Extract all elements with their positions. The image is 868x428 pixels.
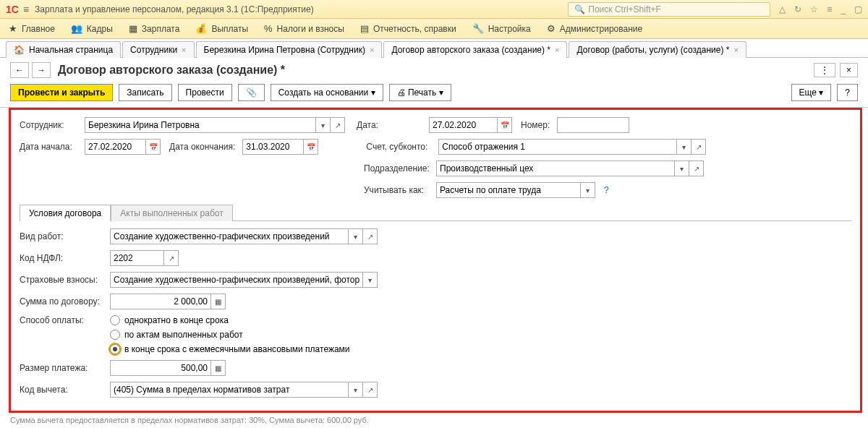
subtab-conditions[interactable]: Условия договора bbox=[20, 205, 111, 221]
sum-label: Сумма по договору: bbox=[20, 296, 103, 307]
employee-label: Сотрудник: bbox=[20, 120, 77, 130]
dept-field[interactable] bbox=[436, 160, 675, 176]
account-label: Счет, субконто: bbox=[366, 142, 431, 152]
number-field[interactable] bbox=[557, 117, 629, 133]
menu-payments[interactable]: 💰Выплаты bbox=[195, 23, 248, 34]
menu-settings[interactable]: 🔧Настройка bbox=[472, 23, 531, 34]
number-label: Номер: bbox=[521, 120, 550, 130]
open-icon[interactable] bbox=[692, 139, 706, 155]
percent-icon: % bbox=[264, 23, 273, 34]
dropdown-icon[interactable] bbox=[349, 228, 363, 244]
help-button[interactable]: ? bbox=[837, 84, 858, 101]
app-logo: 1C bbox=[6, 4, 19, 15]
window-icon[interactable]: ▢ bbox=[854, 4, 862, 14]
post-close-button[interactable]: Провести и закрыть bbox=[10, 84, 113, 101]
nav-back[interactable]: ← bbox=[10, 62, 29, 78]
consider-label: Учитывать как: bbox=[364, 185, 429, 195]
calendar-icon[interactable] bbox=[146, 139, 161, 155]
save-button[interactable]: Записать bbox=[119, 84, 171, 101]
radio-acts[interactable]: по актам выполненных работ bbox=[110, 330, 350, 340]
print-button[interactable]: 🖨 Печать ▾ bbox=[389, 84, 451, 101]
dropdown-icon[interactable] bbox=[581, 182, 595, 198]
work-type-field[interactable] bbox=[110, 228, 349, 244]
radio-once[interactable]: однократно в конце срока bbox=[110, 315, 350, 325]
start-field[interactable] bbox=[85, 139, 146, 155]
tab-home[interactable]: 🏠Начальная страница bbox=[6, 41, 121, 58]
dropdown-icon[interactable] bbox=[363, 272, 378, 288]
pay-size-field[interactable] bbox=[110, 360, 211, 376]
dropdown-icon[interactable] bbox=[677, 139, 692, 155]
tab-employee[interactable]: Березкина Ирина Петровна (Сотрудник)× bbox=[196, 41, 383, 58]
star-icon: ★ bbox=[9, 23, 17, 34]
history-icon[interactable]: ↻ bbox=[794, 4, 801, 14]
calendar-icon[interactable] bbox=[304, 139, 318, 155]
menu-taxes[interactable]: %Налоги и взносы bbox=[264, 23, 344, 34]
money-icon: 💰 bbox=[195, 23, 207, 34]
people-icon: 👥 bbox=[71, 23, 82, 34]
footer-note: Сумма вычета предоставляется в пределах … bbox=[0, 413, 868, 427]
open-icon[interactable] bbox=[164, 250, 179, 266]
search-input[interactable]: 🔍 Поиск Ctrl+Shift+F bbox=[568, 2, 770, 17]
start-label: Дата начала: bbox=[20, 142, 77, 152]
doc-icon: ▤ bbox=[360, 23, 369, 34]
sum-field[interactable] bbox=[110, 294, 211, 309]
tab-work-contract[interactable]: Договор (работы, услуги) (создание) *× bbox=[569, 41, 746, 58]
more-button[interactable]: Еще ▾ bbox=[791, 84, 832, 101]
dropdown-icon[interactable] bbox=[349, 382, 363, 398]
create-based-button[interactable]: Создать на основании ▾ bbox=[271, 84, 383, 101]
employee-field[interactable] bbox=[85, 117, 316, 133]
star-icon[interactable]: ☆ bbox=[810, 4, 818, 14]
dropdown-icon[interactable] bbox=[316, 117, 331, 133]
date-field[interactable] bbox=[429, 117, 498, 133]
calculator-icon[interactable] bbox=[211, 360, 226, 376]
dropdown-icon[interactable] bbox=[675, 160, 689, 176]
menu-icon[interactable]: ≡ bbox=[827, 4, 832, 14]
close-icon[interactable]: × bbox=[370, 46, 374, 54]
date-label: Дата: bbox=[357, 120, 386, 130]
ndfl-field[interactable] bbox=[110, 250, 164, 266]
post-button[interactable]: Провести bbox=[178, 84, 232, 101]
bell-icon[interactable]: △ bbox=[779, 4, 786, 14]
subtab-acts[interactable]: Акты выполненных работ bbox=[111, 205, 232, 221]
close-page[interactable]: × bbox=[840, 63, 858, 77]
end-field[interactable] bbox=[242, 139, 304, 155]
tab-employees[interactable]: Сотрудники× bbox=[122, 41, 194, 58]
nav-fwd[interactable]: → bbox=[32, 62, 51, 78]
ins-label: Страховые взносы: bbox=[20, 275, 103, 285]
minimize-icon[interactable]: _ bbox=[841, 4, 846, 14]
menu-hr[interactable]: 👥Кадры bbox=[71, 23, 113, 34]
calculator-icon[interactable] bbox=[211, 294, 226, 309]
page-title: Договор авторского заказа (создание) * bbox=[58, 64, 285, 77]
tab-author-contract[interactable]: Договор авторского заказа (создание) *× bbox=[383, 41, 567, 58]
open-icon[interactable] bbox=[363, 228, 378, 244]
ins-field[interactable] bbox=[110, 272, 363, 288]
open-icon[interactable] bbox=[689, 160, 704, 176]
menu-main[interactable]: ★Главное bbox=[9, 23, 55, 34]
search-icon: 🔍 bbox=[574, 4, 585, 14]
open-icon[interactable] bbox=[363, 382, 378, 398]
menu-admin[interactable]: ⚙Администрирование bbox=[547, 23, 642, 34]
attach-button[interactable]: 📎 bbox=[238, 84, 265, 101]
close-icon[interactable]: × bbox=[182, 46, 186, 54]
menu-salary[interactable]: ▦Зарплата bbox=[129, 23, 180, 34]
radio-monthly[interactable]: в конце срока с ежемесячными авансовыми … bbox=[110, 344, 350, 354]
radio-icon bbox=[110, 315, 120, 325]
calendar-icon[interactable] bbox=[498, 117, 512, 133]
radio-icon bbox=[110, 330, 120, 340]
open-icon[interactable] bbox=[331, 117, 345, 133]
end-label: Дата окончания: bbox=[169, 142, 235, 152]
menu-reports[interactable]: ▤Отчетность, справки bbox=[360, 23, 456, 34]
hamburger-icon[interactable]: ≡ bbox=[23, 4, 29, 15]
app-title: Зарплата и управление персоналом, редакц… bbox=[35, 4, 568, 14]
pay-size-label: Размер платежа: bbox=[20, 363, 103, 373]
ded-field[interactable] bbox=[110, 382, 349, 398]
kebab-icon[interactable]: ⋮ bbox=[814, 63, 835, 77]
help-icon[interactable]: ? bbox=[604, 185, 609, 195]
close-icon[interactable]: × bbox=[555, 46, 559, 54]
account-field[interactable] bbox=[438, 139, 677, 155]
work-type-label: Вид работ: bbox=[20, 231, 103, 241]
consider-field[interactable] bbox=[436, 182, 581, 198]
pay-method-label: Способ оплаты: bbox=[20, 315, 103, 325]
search-placeholder: Поиск Ctrl+Shift+F bbox=[588, 4, 661, 14]
close-icon[interactable]: × bbox=[733, 46, 738, 54]
